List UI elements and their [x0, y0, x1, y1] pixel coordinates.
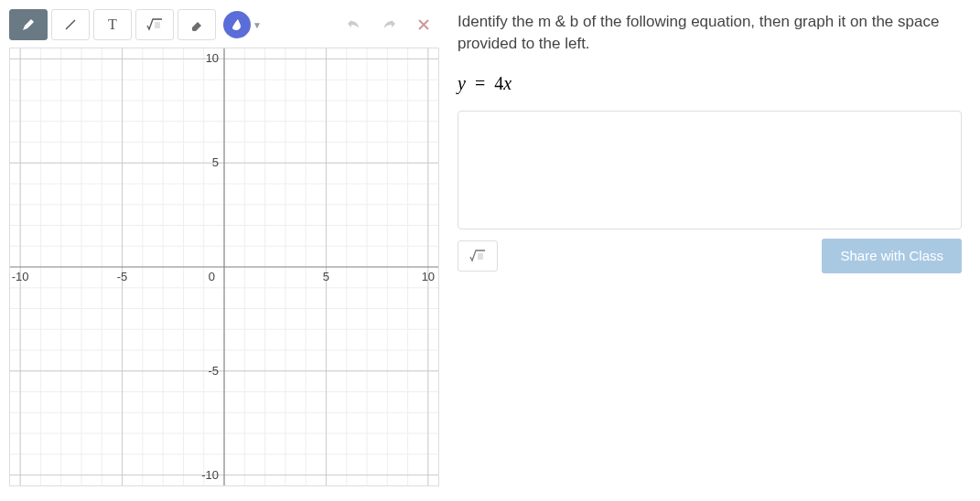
svg-text:10: 10 [206, 51, 219, 65]
undo-icon [346, 16, 362, 33]
ink-color-button[interactable] [223, 11, 251, 38]
svg-rect-1 [155, 22, 160, 28]
graph-canvas[interactable]: -10-50510-10-5510 [9, 48, 439, 486]
marker-tool-button[interactable] [9, 9, 48, 40]
eraser-tool-button[interactable] [178, 9, 216, 40]
redo-icon [381, 16, 397, 33]
text-icon: T [108, 16, 117, 33]
sqrt-icon [469, 250, 486, 262]
equation-display: y = 4x [458, 73, 962, 94]
svg-rect-63 [478, 253, 483, 260]
svg-text:-10: -10 [201, 468, 219, 482]
drawing-toolbar: T ▼ [9, 9, 439, 40]
coordinate-grid: -10-50510-10-5510 [10, 48, 438, 485]
question-prompt: Identify the m & b of the following equa… [458, 11, 962, 55]
close-icon [417, 18, 430, 31]
marker-icon [21, 17, 36, 32]
line-tool-button[interactable] [51, 9, 90, 40]
close-button[interactable] [408, 9, 439, 40]
share-with-class-button[interactable]: Share with Class [822, 239, 962, 273]
eraser-icon [189, 17, 204, 32]
svg-text:-5: -5 [209, 364, 220, 378]
svg-line-0 [66, 20, 75, 29]
text-tool-button[interactable]: T [93, 9, 132, 40]
chevron-down-icon[interactable]: ▼ [253, 20, 262, 30]
undo-button[interactable] [339, 9, 370, 40]
svg-text:0: 0 [209, 270, 215, 283]
svg-text:5: 5 [212, 155, 219, 169]
sqrt-icon [146, 18, 163, 31]
svg-text:5: 5 [323, 270, 329, 283]
svg-text:10: 10 [422, 270, 435, 283]
math-tool-button[interactable] [135, 9, 174, 40]
line-icon [63, 17, 78, 32]
ink-icon [230, 17, 244, 32]
svg-text:-10: -10 [12, 270, 29, 283]
svg-text:-5: -5 [117, 270, 128, 283]
answer-input[interactable] [458, 111, 962, 229]
math-keyboard-button[interactable] [458, 240, 498, 272]
redo-button[interactable] [373, 9, 404, 40]
